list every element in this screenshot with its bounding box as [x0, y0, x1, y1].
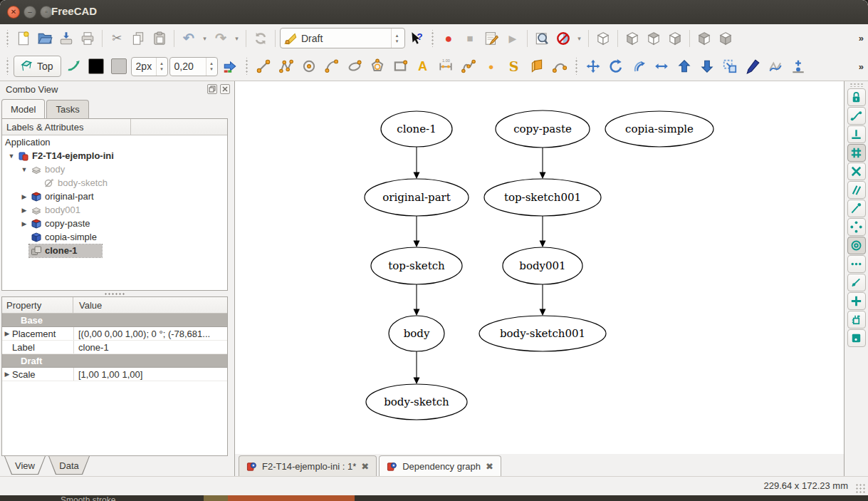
- tab-data[interactable]: Data: [48, 456, 90, 475]
- workbench-selector-spin[interactable]: ▴▾: [391, 29, 402, 48]
- panel-float-button[interactable]: [207, 84, 217, 94]
- draft-polygon[interactable]: [367, 56, 388, 77]
- value-column-header[interactable]: Value: [73, 300, 102, 311]
- line-color-swatch[interactable]: [85, 56, 107, 77]
- tree-item-copia-simple[interactable]: copia-simple: [2, 230, 227, 244]
- constraint-point-on-object[interactable]: [847, 200, 866, 217]
- draw-style-dropdown[interactable]: ▾: [575, 29, 584, 48]
- draft-move[interactable]: [582, 56, 604, 77]
- open-file[interactable]: [35, 29, 55, 48]
- property-row-Scale[interactable]: ▶Scale[1,00 1,00 1,00]: [2, 368, 227, 381]
- draft-trimex[interactable]: [651, 56, 672, 77]
- property-row-Label[interactable]: Labelclone-1: [2, 341, 227, 354]
- text-scale-spin[interactable]: 0,20▴▾: [169, 57, 218, 76]
- face-color-swatch[interactable]: [108, 56, 130, 77]
- titlebar[interactable]: ✕ – ▫ FreeCAD: [0, 0, 868, 24]
- constraint-cross[interactable]: [847, 162, 866, 180]
- draft-rotate[interactable]: [605, 56, 627, 77]
- constraint-add[interactable]: [847, 292, 866, 310]
- draft-bspline[interactable]: [458, 56, 479, 77]
- line-width-spin-arrows[interactable]: ▴▾: [156, 58, 167, 76]
- draft-bezier[interactable]: [549, 56, 570, 77]
- draw-style[interactable]: [553, 29, 573, 48]
- tree-item-clone-1[interactable]: clone-1: [2, 244, 227, 257]
- save-file[interactable]: [56, 29, 76, 48]
- property-expander-icon[interactable]: ▶: [2, 330, 12, 337]
- tree-item-body001[interactable]: ▶body001: [2, 203, 227, 217]
- redo[interactable]: ↷: [211, 29, 231, 48]
- view-top[interactable]: [644, 29, 664, 48]
- toolbar-grip[interactable]: [849, 83, 864, 87]
- property-group-Draft[interactable]: Draft: [2, 354, 227, 368]
- close-tab-icon[interactable]: ✖: [361, 462, 369, 471]
- tree-item-F2-T14-ejemplo-ini[interactable]: ▼F2-T14-ejemplo-ini: [2, 149, 227, 162]
- print[interactable]: [78, 29, 98, 48]
- cut[interactable]: ✂: [107, 29, 127, 48]
- panel-splitter[interactable]: [1, 291, 228, 296]
- view-rear[interactable]: [694, 29, 714, 48]
- constraint-symmetric[interactable]: [847, 218, 866, 236]
- undo[interactable]: ↶: [179, 29, 199, 48]
- tree-expander-icon[interactable]: ▶: [19, 207, 29, 214]
- tree-root-application[interactable]: Application: [2, 135, 227, 149]
- draft-text[interactable]: A: [412, 56, 434, 77]
- constraint-concentric[interactable]: [847, 237, 866, 254]
- tree-item-copy-paste[interactable]: ▶copy-paste: [2, 217, 227, 230]
- constraint-auto[interactable]: [847, 311, 866, 329]
- draft-downgrade[interactable]: [696, 56, 718, 77]
- constraint-perpendicular[interactable]: [847, 125, 866, 143]
- new-file[interactable]: [14, 29, 33, 48]
- draft-edit[interactable]: [742, 56, 763, 77]
- toolbar-modify-grip[interactable]: [574, 58, 579, 75]
- draft-arc[interactable]: [321, 56, 343, 77]
- draft-rectangle[interactable]: [389, 56, 411, 77]
- resize-grip[interactable]: [855, 483, 865, 493]
- toolbar-draft-tools-grip[interactable]: [244, 58, 249, 75]
- tab-model[interactable]: Model: [1, 99, 45, 118]
- paste[interactable]: [150, 29, 169, 48]
- draft-upgrade[interactable]: [674, 56, 695, 77]
- view-axonometric[interactable]: [593, 29, 613, 48]
- property-group-Base[interactable]: Base: [2, 314, 227, 327]
- panel-close-button[interactable]: [220, 84, 230, 94]
- refresh[interactable]: [251, 29, 271, 48]
- macro-record[interactable]: ●: [439, 29, 459, 48]
- toolbar2-overflow[interactable]: »: [859, 61, 865, 72]
- macro-stop[interactable]: ■: [460, 29, 480, 48]
- draft-wire[interactable]: [276, 56, 297, 77]
- toolbar-draft-grip[interactable]: [5, 58, 10, 75]
- tree-column-header[interactable]: Labels & Attributes: [2, 119, 227, 135]
- constraint-internal[interactable]: [847, 329, 866, 347]
- property-column-header[interactable]: Property: [2, 297, 73, 313]
- draft-offset[interactable]: [628, 56, 649, 77]
- toolbar-macro-grip[interactable]: [430, 30, 435, 47]
- draft-wire-to-bspline[interactable]: [765, 56, 786, 77]
- constraint-parallel[interactable]: [847, 181, 866, 199]
- constraint-distance[interactable]: [847, 274, 866, 291]
- view-right[interactable]: [665, 29, 685, 48]
- apply-style[interactable]: [219, 56, 241, 77]
- zoom-fit-all[interactable]: [532, 29, 552, 48]
- tab-tasks[interactable]: Tasks: [46, 100, 88, 118]
- tab-view[interactable]: View: [4, 456, 46, 475]
- doc-tab-2[interactable]: Dependency graph✖: [379, 455, 501, 476]
- tree-expander-icon[interactable]: ▼: [19, 166, 29, 173]
- close-window-button[interactable]: ✕: [7, 6, 20, 19]
- property-value[interactable]: [(0,00 0,00 1,00); 0 °; (-78,681...: [73, 327, 227, 340]
- macro-play[interactable]: ▶: [503, 29, 523, 48]
- text-scale-spin-arrows[interactable]: ▴▾: [206, 58, 217, 76]
- line-width-spin[interactable]: 2px▴▾: [131, 57, 168, 76]
- macro-edit[interactable]: [481, 29, 501, 48]
- toolbar-file-grip[interactable]: [5, 30, 10, 47]
- draft-add-point[interactable]: [788, 56, 809, 77]
- construction-mode[interactable]: [63, 56, 84, 77]
- tree-item-body[interactable]: ▼body: [2, 162, 227, 176]
- tree-expander-icon[interactable]: ▶: [19, 193, 29, 200]
- redo-history-dropdown[interactable]: ▾: [232, 29, 241, 48]
- view-bottom[interactable]: [716, 29, 736, 48]
- tree-item-original-part[interactable]: ▶original-part: [2, 190, 227, 203]
- constraint-lock[interactable]: [847, 88, 866, 106]
- draft-shapestring[interactable]: S: [503, 56, 525, 77]
- workbench-selector[interactable]: Draft▴▾: [280, 28, 405, 48]
- minimize-window-button[interactable]: –: [23, 6, 36, 19]
